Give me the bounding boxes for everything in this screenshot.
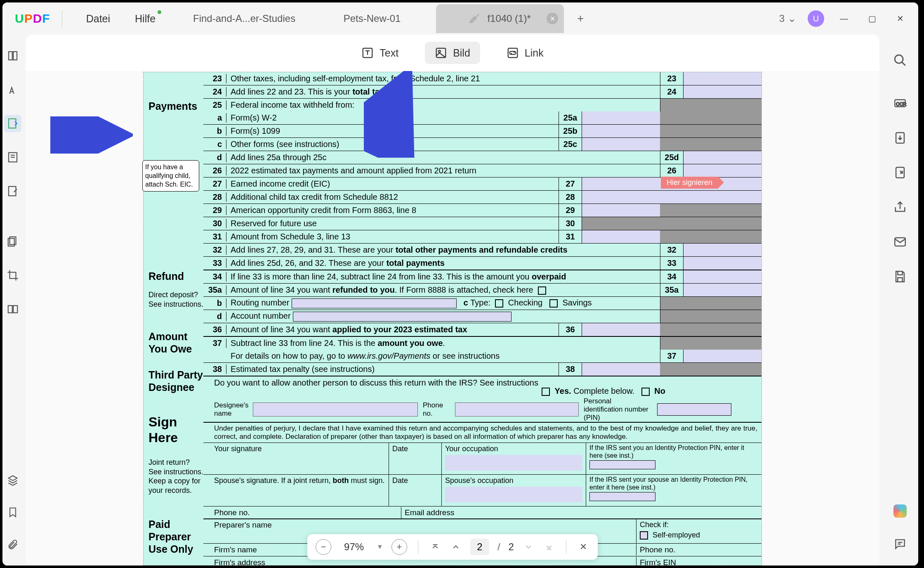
edit-disabled-icon [469, 13, 480, 24]
content-area: Text Bild Link Payments Refund AmountYou… [26, 35, 879, 566]
titlebar: UPDF Datei Hilfe Find-and-A...er-Studies… [2, 2, 918, 35]
jr-note: Joint return?See instructions.Keep a cop… [148, 458, 203, 495]
zoom-value[interactable]: 97% [339, 541, 368, 553]
reader-icon[interactable] [4, 47, 21, 64]
label-payments: Payments [148, 100, 197, 112]
image-icon [435, 47, 447, 59]
crop-icon[interactable] [4, 267, 21, 284]
page-nav-bar: − 97% ▼ + 2 / 2 ✕ [307, 534, 598, 560]
ai-icon[interactable] [891, 502, 909, 520]
tab-close-icon[interactable]: ✕ [547, 13, 558, 24]
svg-rect-9 [13, 305, 17, 313]
layers-icon[interactable] [4, 471, 21, 489]
last-page-button[interactable] [543, 541, 555, 553]
svg-line-17 [902, 62, 905, 66]
label-sign-here: SignHere [148, 414, 178, 446]
convert-icon[interactable] [891, 129, 909, 147]
link-icon [507, 47, 519, 59]
tab-add-button[interactable]: + [572, 10, 589, 27]
text-icon [361, 47, 374, 59]
prev-page-button[interactable] [450, 541, 462, 553]
zoom-in-button[interactable]: + [391, 539, 407, 555]
count-dropdown[interactable]: 3⌄ [779, 13, 796, 24]
link-tool-button[interactable]: Link [497, 42, 554, 64]
close-bar-button[interactable]: ✕ [577, 541, 589, 553]
svg-rect-1 [9, 119, 16, 128]
pages-icon[interactable] [4, 233, 21, 250]
zoom-out-button[interactable]: − [316, 539, 331, 555]
form-icon[interactable] [4, 149, 21, 166]
edit-toolbar: Text Bild Link [26, 35, 879, 71]
svg-point-16 [895, 55, 903, 63]
email-icon[interactable] [891, 233, 909, 251]
comment-icon[interactable] [891, 535, 909, 553]
svg-text:OCR: OCR [896, 102, 906, 106]
highlight-icon[interactable] [4, 81, 21, 98]
close-button[interactable]: ✕ [892, 10, 908, 27]
dd-note: Direct deposit?See instructions. [148, 290, 203, 309]
next-page-button[interactable] [522, 541, 535, 553]
menu-hilfe[interactable]: Hilfe [135, 13, 156, 25]
tab-3-active[interactable]: f1040 (1)* ✕ [436, 4, 564, 33]
image-tool-button[interactable]: Bild [425, 42, 480, 64]
page-input[interactable]: 2 [470, 539, 489, 555]
svg-point-12 [438, 50, 441, 52]
save-icon[interactable] [891, 267, 909, 286]
sign-icon[interactable] [4, 182, 21, 200]
left-sidebar [2, 35, 23, 566]
tab-3-label: f1040 (1)* [487, 13, 530, 24]
label-third-party: Third PartyDesignee [148, 369, 203, 393]
app-logo: UPDF [15, 12, 50, 26]
page-sep: / [497, 541, 500, 553]
tab-1[interactable]: Find-and-A...er-Studies [180, 4, 308, 33]
label-refund: Refund [148, 270, 184, 282]
first-page-button[interactable] [429, 541, 441, 553]
menu-datei[interactable]: Datei [86, 13, 110, 25]
edit-icon[interactable] [4, 115, 21, 132]
search-icon[interactable] [891, 51, 909, 69]
share-icon[interactable] [891, 198, 909, 216]
user-avatar[interactable]: U [808, 10, 824, 27]
text-tool-button[interactable]: Text [351, 42, 408, 64]
label-amount-owe: AmountYou Owe [148, 330, 192, 355]
right-sidebar: OCR [882, 35, 918, 566]
minimize-button[interactable]: — [836, 10, 852, 27]
export-icon[interactable] [891, 163, 909, 182]
eic-note: If you have a qualifying child, attach S… [142, 160, 199, 192]
tab-2[interactable]: Pets-New-01 [308, 4, 436, 33]
svg-rect-8 [8, 305, 12, 313]
label-paid-preparer: PaidPreparerUse Only [148, 518, 193, 555]
svg-line-0 [470, 14, 479, 23]
ocr-icon[interactable]: OCR [891, 94, 909, 112]
compare-icon[interactable] [4, 301, 21, 318]
attachment-icon[interactable] [4, 536, 21, 553]
zoom-dropdown-icon[interactable]: ▼ [377, 543, 383, 551]
sign-stamp-1[interactable]: Hier signieren [661, 177, 718, 189]
bookmark-icon[interactable] [4, 504, 21, 521]
page-total: 2 [509, 541, 514, 553]
maximize-button[interactable]: ▢ [864, 10, 880, 27]
pdf-page[interactable]: Payments Refund AmountYou Owe Third Part… [143, 72, 762, 566]
arrow-annotation-1 [50, 116, 133, 154]
document-canvas[interactable]: Payments Refund AmountYou Owe Third Part… [26, 71, 879, 566]
